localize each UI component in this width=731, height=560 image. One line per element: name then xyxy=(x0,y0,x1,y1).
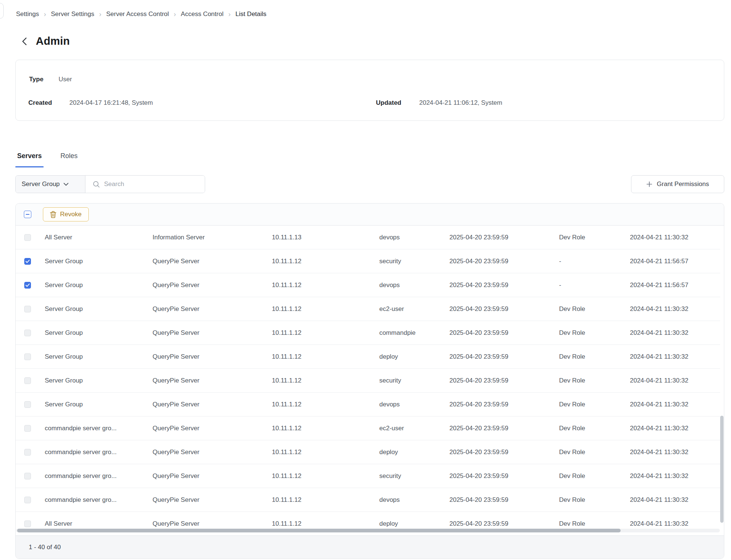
pagination-range: 1 - 40 of 40 xyxy=(29,544,61,551)
breadcrumb-item-access-control[interactable]: Access Control xyxy=(181,10,223,18)
cell-role: Dev Role xyxy=(555,234,625,241)
cell-ip-address: 10.11.1.12 xyxy=(267,329,375,337)
row-checkbox[interactable] xyxy=(24,473,31,479)
search-input[interactable] xyxy=(104,180,200,188)
row-checkbox[interactable] xyxy=(24,353,31,360)
row-checkbox[interactable] xyxy=(24,330,31,336)
row-checkbox[interactable] xyxy=(24,306,31,312)
table-row[interactable]: All Server Information Server 10.11.1.13… xyxy=(16,226,720,249)
table-row[interactable]: commandpie server gro... QueryPie Server… xyxy=(16,488,720,512)
breadcrumb-item-server-settings[interactable]: Server Settings xyxy=(51,10,94,18)
cell-server-name: QueryPie Server xyxy=(148,449,267,456)
active-tab-underline xyxy=(15,166,44,167)
cell-ip-address: 10.11.1.12 xyxy=(267,496,375,504)
cell-expiry-date: 2025-04-20 23:59:59 xyxy=(445,329,555,337)
indeterminate-dash-icon xyxy=(26,214,29,215)
cell-server-name: QueryPie Server xyxy=(148,472,267,480)
breadcrumb-separator-icon: › xyxy=(44,11,46,18)
cell-role: Dev Role xyxy=(555,496,625,504)
row-checkbox[interactable] xyxy=(24,234,31,241)
title-row: Admin xyxy=(19,35,70,47)
row-checkbox[interactable] xyxy=(24,282,31,289)
revoke-button[interactable]: Revoke xyxy=(43,207,89,221)
cell-ip-address: 10.11.1.12 xyxy=(267,281,375,289)
table-row[interactable]: Server Group QueryPie Server 10.11.1.12 … xyxy=(16,321,720,345)
cell-group-name: Server Group xyxy=(40,305,148,313)
tab-roles[interactable]: Roles xyxy=(59,151,79,167)
grant-permissions-button[interactable]: Grant Permissions xyxy=(631,175,724,193)
row-checkbox[interactable] xyxy=(24,449,31,456)
table-row[interactable]: commandpie server gro... QueryPie Server… xyxy=(16,440,720,464)
chevron-down-icon xyxy=(63,183,69,186)
cell-ip-address: 10.11.1.12 xyxy=(267,472,375,480)
cell-ip-address: 10.11.1.12 xyxy=(267,520,375,528)
cell-server-name: QueryPie Server xyxy=(148,258,267,265)
cell-role: - xyxy=(555,258,625,265)
type-value: User xyxy=(59,76,72,83)
table-row[interactable]: Server Group QueryPie Server 10.11.1.12 … xyxy=(16,297,720,321)
cell-account-user: security xyxy=(375,472,445,480)
breadcrumb-item-settings[interactable]: Settings xyxy=(16,10,39,18)
cell-ip-address: 10.11.1.12 xyxy=(267,258,375,265)
cell-expiry-date: 2025-04-20 23:59:59 xyxy=(445,449,555,456)
row-checkbox[interactable] xyxy=(24,425,31,432)
cell-expiry-date: 2025-04-20 23:59:59 xyxy=(445,353,555,361)
cell-account-user: deploy xyxy=(375,520,445,528)
cell-granted-date: 2024-04-21 11:56:57 xyxy=(625,258,716,265)
cell-ip-address: 10.11.1.12 xyxy=(267,353,375,361)
cell-granted-date: 2024-04-21 11:30:32 xyxy=(625,305,716,313)
cell-account-user: deploy xyxy=(375,449,445,456)
cell-account-user: deploy xyxy=(375,353,445,361)
cell-group-name: commandpie server gro... xyxy=(40,449,148,456)
summary-card: Type User Created 2024-04-17 16:21:48, S… xyxy=(15,60,724,121)
cell-account-user: devops xyxy=(375,234,445,241)
cell-account-user: ec2-user xyxy=(375,305,445,313)
horizontal-scrollbar-thumb[interactable] xyxy=(17,529,621,532)
cell-server-name: QueryPie Server xyxy=(148,496,267,504)
server-group-dropdown[interactable]: Server Group xyxy=(16,176,85,193)
vertical-scrollbar-thumb[interactable] xyxy=(720,416,724,523)
cell-account-user: devops xyxy=(375,496,445,504)
row-checkbox[interactable] xyxy=(24,377,31,384)
row-checkbox[interactable] xyxy=(24,258,31,265)
cell-expiry-date: 2025-04-20 23:59:59 xyxy=(445,258,555,265)
cell-group-name: commandpie server gro... xyxy=(40,425,148,432)
cell-group-name: Server Group xyxy=(40,401,148,408)
table-row[interactable]: Server Group QueryPie Server 10.11.1.12 … xyxy=(16,249,720,273)
table-rows: All Server Information Server 10.11.1.13… xyxy=(16,226,724,536)
row-checkbox[interactable] xyxy=(24,401,31,408)
server-group-dropdown-value: Server Group xyxy=(22,180,60,188)
permissions-table: Revoke All Server Information Server 10.… xyxy=(15,203,724,559)
back-button[interactable] xyxy=(19,37,29,46)
cell-expiry-date: 2025-04-20 23:59:59 xyxy=(445,401,555,408)
cell-granted-date: 2024-04-21 11:30:32 xyxy=(625,449,716,456)
table-row[interactable]: Server Group QueryPie Server 10.11.1.12 … xyxy=(16,273,720,297)
cell-role: Dev Role xyxy=(555,520,625,528)
breadcrumb-separator-icon: › xyxy=(228,11,230,18)
cell-server-name: Information Server xyxy=(148,234,267,241)
row-checkbox[interactable] xyxy=(24,520,31,527)
cell-granted-date: 2024-04-21 11:30:32 xyxy=(625,425,716,432)
table-row[interactable]: Server Group QueryPie Server 10.11.1.12 … xyxy=(16,369,720,393)
bulk-action-bar: Revoke xyxy=(16,204,724,226)
horizontal-scrollbar-track[interactable] xyxy=(16,529,720,532)
created-label: Created xyxy=(28,99,52,107)
type-label: Type xyxy=(29,76,43,83)
table-row[interactable]: Server Group QueryPie Server 10.11.1.12 … xyxy=(16,345,720,369)
cell-expiry-date: 2025-04-20 23:59:59 xyxy=(445,472,555,480)
select-all-checkbox[interactable] xyxy=(24,211,31,218)
breadcrumb-item-server-access-control[interactable]: Server Access Control xyxy=(106,10,169,18)
cell-ip-address: 10.11.1.12 xyxy=(267,377,375,384)
table-row[interactable]: Server Group QueryPie Server 10.11.1.12 … xyxy=(16,393,720,416)
cell-role: Dev Role xyxy=(555,425,625,432)
breadcrumb: Settings › Server Settings › Server Acce… xyxy=(16,10,266,18)
cell-granted-date: 2024-04-21 11:30:32 xyxy=(625,353,716,361)
cell-granted-date: 2024-04-21 11:30:32 xyxy=(625,520,716,528)
table-row[interactable]: commandpie server gro... QueryPie Server… xyxy=(16,416,720,440)
row-checkbox[interactable] xyxy=(24,497,31,503)
cell-group-name: commandpie server gro... xyxy=(40,472,148,480)
created-value: 2024-04-17 16:21:48, System xyxy=(69,99,153,107)
tab-servers[interactable]: Servers xyxy=(15,151,44,167)
table-row[interactable]: commandpie server gro... QueryPie Server… xyxy=(16,464,720,488)
drawer-edge-tab[interactable] xyxy=(0,3,4,19)
